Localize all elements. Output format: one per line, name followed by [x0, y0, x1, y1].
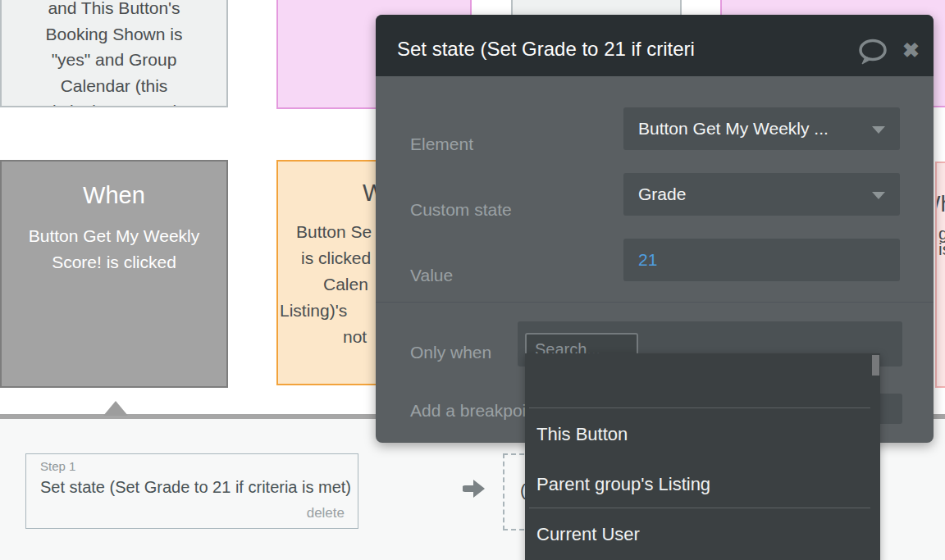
step-number-label: Step 1 — [40, 459, 75, 473]
condition-card-text: and This Button's Booking Shown is "yes"… — [2, 0, 226, 107]
dialog-section-divider — [376, 302, 934, 303]
event-card-body: Button Get My Weekly Score! is clicked — [2, 223, 226, 275]
only-when-label: Only when — [410, 343, 491, 362]
dialog-header[interactable]: Set state (Set Grade to 21 if criteri ✖ — [376, 15, 934, 76]
event-card-when[interactable]: When Button Get My Weekly Score! is clic… — [0, 160, 228, 388]
menu-item-parent-groups-listing[interactable]: Parent group's Listing — [536, 474, 710, 495]
custom-state-dropdown-value: Grade — [638, 184, 686, 203]
step-action-title: Set state (Set Grade to 21 if criteria i… — [40, 478, 351, 497]
value-label: Value — [410, 266, 453, 285]
value-field[interactable] — [623, 239, 900, 281]
element-dropdown[interactable]: Button Get My Weekly ... — [623, 107, 900, 150]
chevron-down-icon — [872, 192, 885, 199]
arrow-right-icon — [463, 476, 489, 501]
event-card-red[interactable]: When g is — [935, 162, 945, 388]
close-icon[interactable]: ✖ — [902, 40, 920, 61]
step-delete-link[interactable]: delete — [307, 505, 345, 521]
element-dropdown-value: Button Get My Weekly ... — [638, 119, 829, 138]
workflow-editor: and This Button's Booking Shown is "yes"… — [0, 0, 945, 560]
value-input[interactable] — [638, 250, 868, 270]
menu-divider — [529, 508, 870, 508]
condition-card-top[interactable]: and This Button's Booking Shown is "yes"… — [0, 0, 228, 107]
condition-dropdown-menu: This Button Parent group's Listing Curre… — [525, 353, 880, 560]
scrollbar-thumb[interactable] — [872, 355, 879, 376]
chevron-down-icon — [872, 126, 885, 134]
event-card-title: When — [2, 182, 226, 209]
custom-state-dropdown[interactable]: Grade — [623, 173, 900, 216]
custom-state-label: Custom state — [410, 200, 512, 220]
dialog-title: Set state (Set Grade to 21 if criteri — [397, 38, 695, 61]
comment-bubble-icon[interactable] — [857, 39, 887, 66]
event-card-title: When — [935, 191, 945, 217]
add-breakpoint-label[interactable]: Add a breakpoint — [410, 401, 541, 421]
menu-item-this-button[interactable]: This Button — [536, 424, 628, 445]
element-label: Element — [410, 134, 473, 154]
step-1-action-box[interactable]: Step 1 Set state (Set Grade to 21 if cri… — [25, 453, 358, 529]
menu-item-current-user[interactable]: Current User — [536, 524, 640, 545]
active-event-pointer — [103, 401, 128, 416]
menu-divider — [529, 407, 870, 408]
